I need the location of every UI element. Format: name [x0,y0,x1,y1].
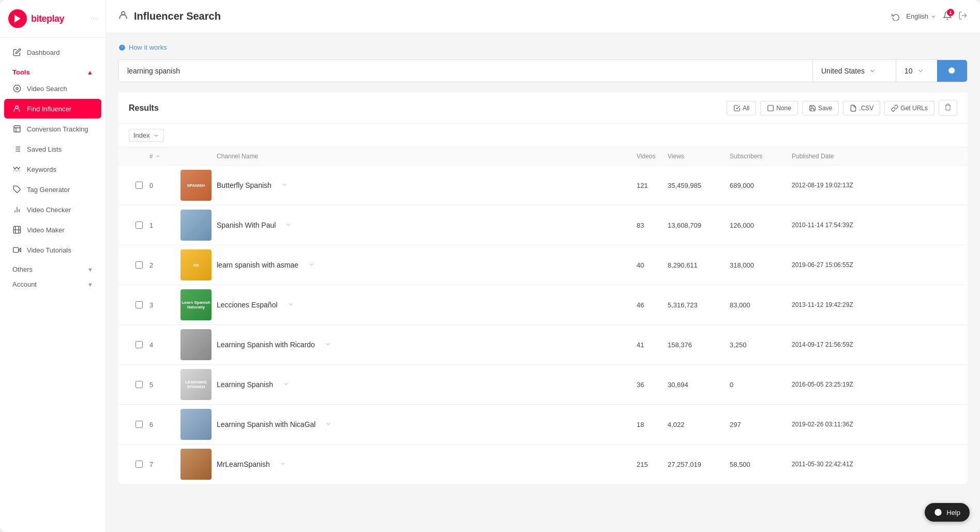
sidebar-item-saved-lists[interactable]: Saved Lists [4,139,101,159]
row-checkbox[interactable] [135,301,143,308]
col-index[interactable]: # [149,153,175,160]
link-icon [891,105,898,112]
select-none-button[interactable]: None [760,101,798,115]
refresh-button[interactable] [892,12,900,21]
get-urls-label: Get URLs [900,105,928,112]
how-it-works-link[interactable]: How it works [118,43,968,51]
sidebar-item-video-tutorials[interactable]: Video Tutorials [4,240,101,260]
save-button[interactable]: Save [802,101,839,115]
table-row: 1 Spanish With Paul 83 13,608,709 126,00… [118,205,968,245]
tools-section-header[interactable]: Tools ▲ [4,64,101,78]
expand-button[interactable] [282,380,290,389]
sidebar-item-video-search[interactable]: Video Search [4,79,101,98]
row-videos: 121 [637,182,668,189]
row-checkbox[interactable] [135,381,143,388]
csv-button[interactable]: .CSV [843,101,880,115]
results-actions: All None Save .CSV [727,100,957,116]
language-selector[interactable]: English [906,12,937,20]
row-index: 5 [149,381,175,389]
expand-button[interactable] [287,301,294,309]
tag-icon [12,185,22,194]
sidebar-item-tag-generator-label: Tag Generator [27,186,70,194]
table-body: 0 SPANISH Butterfly Spanish 121 35,459,9… [118,166,968,484]
row-published-date: 2016-05-05 23:25:19Z [792,381,854,388]
row-checkbox[interactable] [135,461,143,468]
get-urls-button[interactable]: Get URLs [884,101,934,115]
channel-thumbnail [180,210,212,241]
channel-thumbnail: Learn Spanish Naturally [180,289,212,320]
count-value: 10 [904,67,913,75]
sidebar-others-header[interactable]: Others ▼ [4,260,101,275]
disc-icon [12,84,22,93]
index-chevron-icon [153,132,159,139]
expand-button[interactable] [285,221,292,230]
sidebar-item-find-influencer[interactable]: Find Influencer [4,99,101,119]
row-thumbnail: Learn Spanish Naturally [175,289,217,320]
channel-thumbnail [180,329,212,360]
notification-button[interactable]: 1 [943,11,952,22]
sidebar-item-video-checker[interactable]: Video Checker [4,200,101,219]
sidebar-item-video-tutorials-label: Video Tutorials [27,246,71,254]
results-container: Results All None Save [118,93,968,484]
help-label: Help [946,509,960,516]
sidebar-item-tag-generator[interactable]: Tag Generator [4,180,101,199]
table-row: 3 Learn Spanish Naturally Lecciones Espa… [118,285,968,325]
sidebar-item-conversion-tracking[interactable]: Conversion Tracking [4,119,101,139]
sidebar-menu-dots[interactable]: ··· [91,14,97,23]
sidebar-item-dashboard-label: Dashboard [27,49,60,56]
logout-button[interactable] [958,11,968,22]
search-button[interactable] [937,60,967,82]
svg-marker-0 [14,15,21,23]
row-published-date: 2012-08-19 19:02:13Z [792,182,854,189]
sidebar-nav: Dashboard Tools ▲ Video Search Find Infl… [0,38,105,532]
film-icon [12,225,22,234]
bar-icon [12,205,22,214]
expand-button[interactable] [308,261,315,270]
checkbox-none-icon [767,105,774,112]
channel-thumbnail: LEARNING SPANISH [180,369,212,400]
count-selector[interactable]: 10 [896,60,937,82]
channel-name: Learning Spanish with Ricardo [217,341,315,349]
col-views: Views [668,153,730,160]
row-thumbnail: SPANISH [175,170,217,201]
row-videos: 18 [637,421,668,428]
sidebar-item-keywords[interactable]: Keywords [4,159,101,179]
row-channel-cell: learn spanish with asmae [217,261,637,270]
row-views: 5,316,723 [668,301,730,309]
results-title: Results [129,104,159,113]
row-checkbox[interactable] [135,341,143,348]
row-published-date: 2014-09-17 21:56:59Z [792,341,854,348]
sidebar-item-video-maker[interactable]: Video Maker [4,220,101,240]
page-title: Influencer Search [134,10,221,22]
row-index: 7 [149,461,175,468]
sidebar-account-header[interactable]: Account ▼ [4,275,101,290]
expand-button[interactable] [325,420,332,429]
row-videos: 46 [637,301,668,309]
help-button[interactable]: Help [925,503,970,522]
delete-button[interactable] [939,100,957,116]
svg-rect-4 [14,126,20,132]
sidebar-item-dashboard[interactable]: Dashboard [4,42,101,62]
row-views: 4,022 [668,421,730,428]
channel-name: Butterfly Spanish [217,181,272,189]
row-checkbox-cell [129,261,149,269]
row-checkbox[interactable] [135,421,143,428]
svg-line-27 [954,72,955,74]
country-chevron-icon [869,67,876,75]
row-checkbox[interactable] [135,182,143,189]
select-all-button[interactable]: All [727,101,756,115]
table-row: 4 Learning Spanish with Ricardo 41 158,3… [118,325,968,365]
svg-rect-28 [768,105,774,111]
search-input[interactable] [119,60,812,82]
play-icon [12,245,22,255]
expand-button[interactable] [324,341,331,349]
channel-name: Learning Spanish with NicaGal [217,420,315,428]
csv-icon [850,105,857,112]
row-checkbox[interactable] [135,261,143,269]
logo-area: biteplay ··· [0,0,105,38]
expand-button[interactable] [281,181,288,190]
country-selector[interactable]: United States [813,60,896,82]
index-dropdown-button[interactable]: Index [129,129,164,142]
expand-button[interactable] [279,460,287,469]
row-checkbox[interactable] [135,221,143,229]
